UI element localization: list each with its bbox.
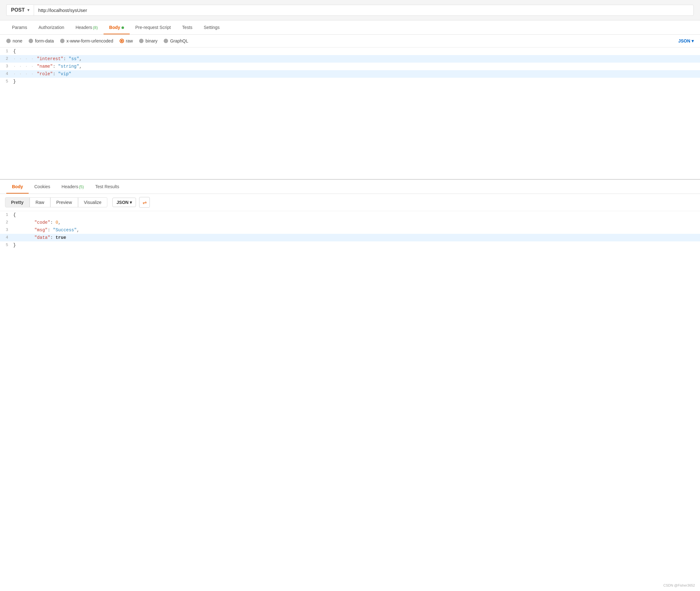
tab-authorization[interactable]: Authorization <box>33 20 70 34</box>
option-form-data[interactable]: form-data <box>28 39 54 44</box>
resp-tab-body[interactable]: Body <box>6 180 28 194</box>
request-body-editor[interactable]: 1 { 2 · · · · "interest": "ss", 3 · · · … <box>0 48 700 180</box>
fmt-raw[interactable]: Raw <box>29 197 50 207</box>
response-tabs: Body Cookies Headers(5) Test Results <box>0 180 700 194</box>
format-toolbar: Pretty Raw Preview Visualize JSON ▾ ⇌ <box>0 194 700 211</box>
option-none[interactable]: none <box>6 39 22 44</box>
body-dot <box>122 26 124 29</box>
request-tabs: Params Authorization Headers(8) Body Pre… <box>0 20 700 35</box>
response-json-type-dropdown[interactable]: JSON ▾ <box>112 198 136 207</box>
response-line-3: 3 "msg": "Success", <box>0 226 700 234</box>
url-bar: POST ▾ <box>0 0 700 20</box>
request-line-1: 1 { <box>0 48 700 55</box>
json-type-dropdown[interactable]: JSON ▾ <box>678 39 694 44</box>
resp-tab-headers[interactable]: Headers(5) <box>56 180 90 194</box>
request-line-4: 4 · · · · "role": "vip" <box>0 70 700 78</box>
chevron-down-icon: ▾ <box>692 39 694 44</box>
tab-body[interactable]: Body <box>104 20 130 34</box>
tab-params[interactable]: Params <box>6 20 33 34</box>
fmt-preview[interactable]: Preview <box>50 197 78 207</box>
chevron-down-icon: ▾ <box>27 8 29 12</box>
radio-none <box>6 39 11 43</box>
option-raw[interactable]: raw <box>120 39 133 44</box>
request-line-5: 5 } <box>0 78 700 85</box>
option-x-www[interactable]: x-www-form-urlencoded <box>60 39 113 44</box>
response-line-2: 2 "code": 0, <box>0 219 700 226</box>
tab-settings[interactable]: Settings <box>198 20 226 34</box>
resp-tab-cookies[interactable]: Cookies <box>28 180 56 194</box>
request-line-2: 2 · · · · "interest": "ss", <box>0 55 700 63</box>
wrap-lines-button[interactable]: ⇌ <box>139 197 150 208</box>
radio-x-www <box>60 39 65 43</box>
radio-form-data <box>28 39 33 43</box>
response-line-4: 4 "data": true <box>0 234 700 241</box>
request-line-3: 3 · · · · "name": "string", <box>0 63 700 70</box>
tab-tests[interactable]: Tests <box>177 20 198 34</box>
resp-tab-test-results[interactable]: Test Results <box>89 180 125 194</box>
url-input[interactable] <box>34 5 694 16</box>
response-line-1: 1 { <box>0 211 700 219</box>
fmt-visualize[interactable]: Visualize <box>78 197 108 207</box>
chevron-down-icon: ▾ <box>130 200 132 205</box>
method-label: POST <box>11 7 25 13</box>
radio-graphql <box>164 39 168 43</box>
tab-pre-request[interactable]: Pre-request Script <box>130 20 177 34</box>
response-line-5: 5 } <box>0 241 700 249</box>
resp-headers-badge: (5) <box>79 184 84 189</box>
headers-badge: (8) <box>93 25 98 30</box>
method-dropdown[interactable]: POST ▾ <box>6 4 34 16</box>
tab-headers[interactable]: Headers(8) <box>70 20 104 34</box>
option-graphql[interactable]: GraphQL <box>164 39 188 44</box>
radio-binary <box>139 39 143 43</box>
fmt-pretty[interactable]: Pretty <box>5 197 29 207</box>
radio-raw <box>120 39 124 43</box>
response-body-editor: 1 { 2 "code": 0, 3 "msg": "Success", 4 "… <box>0 211 700 255</box>
body-options: none form-data x-www-form-urlencoded raw… <box>0 35 700 48</box>
option-binary[interactable]: binary <box>139 39 157 44</box>
